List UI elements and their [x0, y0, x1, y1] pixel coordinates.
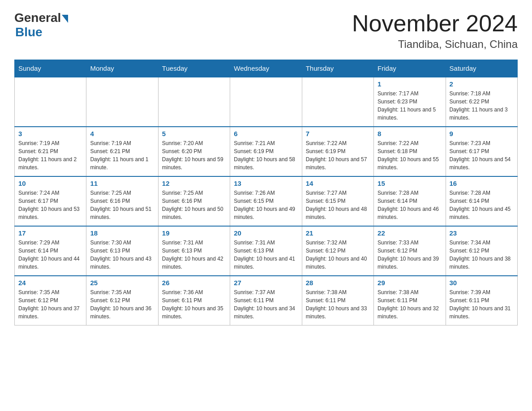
day-number: 3	[18, 130, 82, 137]
day-number: 17	[18, 229, 82, 237]
week-row-1: 1Sunrise: 7:17 AM Sunset: 6:23 PM Daylig…	[15, 77, 518, 127]
calendar-cell: 9Sunrise: 7:23 AM Sunset: 6:17 PM Daylig…	[446, 127, 517, 176]
day-number: 23	[450, 229, 514, 237]
day-number: 11	[90, 180, 154, 187]
day-number: 19	[162, 229, 226, 237]
day-number: 15	[378, 180, 442, 187]
day-info: Sunrise: 7:19 AM Sunset: 6:21 PM Dayligh…	[90, 139, 154, 171]
day-number: 29	[378, 279, 442, 287]
day-number: 28	[306, 279, 370, 287]
weekday-header-sunday: Sunday	[15, 60, 86, 77]
calendar-cell: 20Sunrise: 7:31 AM Sunset: 6:13 PM Dayli…	[230, 226, 302, 276]
day-number: 27	[234, 279, 298, 287]
calendar-cell: 6Sunrise: 7:21 AM Sunset: 6:19 PM Daylig…	[230, 127, 302, 176]
week-row-5: 24Sunrise: 7:35 AM Sunset: 6:12 PM Dayli…	[15, 276, 518, 325]
week-row-2: 3Sunrise: 7:19 AM Sunset: 6:21 PM Daylig…	[15, 127, 518, 176]
calendar-cell	[86, 77, 158, 127]
day-info: Sunrise: 7:23 AM Sunset: 6:17 PM Dayligh…	[450, 139, 514, 171]
day-number: 24	[18, 279, 82, 287]
day-number: 22	[378, 229, 442, 237]
day-info: Sunrise: 7:27 AM Sunset: 6:15 PM Dayligh…	[306, 189, 370, 221]
day-info: Sunrise: 7:18 AM Sunset: 6:22 PM Dayligh…	[450, 90, 514, 122]
page-header: General Blue November 2024 Tiandiba, Sic…	[14, 11, 518, 51]
calendar-cell: 2Sunrise: 7:18 AM Sunset: 6:22 PM Daylig…	[446, 77, 517, 127]
calendar-cell: 28Sunrise: 7:38 AM Sunset: 6:11 PM Dayli…	[302, 276, 373, 325]
logo: General Blue	[14, 11, 68, 39]
week-row-4: 17Sunrise: 7:29 AM Sunset: 6:14 PM Dayli…	[15, 226, 518, 276]
day-info: Sunrise: 7:31 AM Sunset: 6:13 PM Dayligh…	[234, 239, 298, 271]
title-section: November 2024 Tiandiba, Sichuan, China	[352, 11, 518, 51]
calendar-cell: 21Sunrise: 7:32 AM Sunset: 6:12 PM Dayli…	[302, 226, 373, 276]
weekday-header-friday: Friday	[374, 60, 446, 77]
calendar-cell: 16Sunrise: 7:28 AM Sunset: 6:14 PM Dayli…	[446, 176, 517, 226]
day-number: 6	[234, 130, 298, 137]
calendar-cell: 23Sunrise: 7:34 AM Sunset: 6:12 PM Dayli…	[446, 226, 517, 276]
calendar-cell: 7Sunrise: 7:22 AM Sunset: 6:19 PM Daylig…	[302, 127, 373, 176]
calendar-cell: 12Sunrise: 7:25 AM Sunset: 6:16 PM Dayli…	[158, 176, 230, 226]
day-info: Sunrise: 7:25 AM Sunset: 6:16 PM Dayligh…	[162, 189, 226, 221]
day-number: 4	[90, 130, 154, 137]
day-number: 10	[18, 180, 82, 187]
day-number: 20	[234, 229, 298, 237]
calendar-cell: 8Sunrise: 7:22 AM Sunset: 6:18 PM Daylig…	[374, 127, 446, 176]
calendar-cell: 5Sunrise: 7:20 AM Sunset: 6:20 PM Daylig…	[158, 127, 230, 176]
day-info: Sunrise: 7:19 AM Sunset: 6:21 PM Dayligh…	[18, 139, 82, 171]
day-number: 2	[450, 80, 514, 88]
calendar-cell: 22Sunrise: 7:33 AM Sunset: 6:12 PM Dayli…	[374, 226, 446, 276]
day-info: Sunrise: 7:32 AM Sunset: 6:12 PM Dayligh…	[306, 239, 370, 271]
day-number: 26	[162, 279, 226, 287]
calendar-cell: 17Sunrise: 7:29 AM Sunset: 6:14 PM Dayli…	[15, 226, 86, 276]
day-info: Sunrise: 7:26 AM Sunset: 6:15 PM Dayligh…	[234, 189, 298, 221]
day-info: Sunrise: 7:31 AM Sunset: 6:13 PM Dayligh…	[162, 239, 226, 271]
calendar-cell: 27Sunrise: 7:37 AM Sunset: 6:11 PM Dayli…	[230, 276, 302, 325]
calendar-cell: 29Sunrise: 7:38 AM Sunset: 6:11 PM Dayli…	[374, 276, 446, 325]
weekday-header-saturday: Saturday	[446, 60, 517, 77]
calendar-cell: 4Sunrise: 7:19 AM Sunset: 6:21 PM Daylig…	[86, 127, 158, 176]
weekday-header-row: SundayMondayTuesdayWednesdayThursdayFrid…	[15, 60, 518, 77]
calendar-cell: 13Sunrise: 7:26 AM Sunset: 6:15 PM Dayli…	[230, 176, 302, 226]
day-info: Sunrise: 7:24 AM Sunset: 6:17 PM Dayligh…	[18, 189, 82, 221]
logo-blue-text: Blue	[15, 25, 68, 39]
calendar-cell	[230, 77, 302, 127]
month-title: November 2024	[352, 11, 518, 36]
day-number: 18	[90, 229, 154, 237]
logo-arrow-icon	[62, 15, 68, 23]
day-number: 7	[306, 130, 370, 137]
calendar-table: SundayMondayTuesdayWednesdayThursdayFrid…	[14, 60, 518, 325]
calendar-cell	[15, 77, 86, 127]
day-info: Sunrise: 7:21 AM Sunset: 6:19 PM Dayligh…	[234, 139, 298, 171]
calendar-cell: 19Sunrise: 7:31 AM Sunset: 6:13 PM Dayli…	[158, 226, 230, 276]
location-title: Tiandiba, Sichuan, China	[352, 38, 518, 51]
day-info: Sunrise: 7:22 AM Sunset: 6:18 PM Dayligh…	[378, 139, 442, 171]
day-number: 30	[450, 279, 514, 287]
day-number: 16	[450, 180, 514, 187]
calendar-cell	[158, 77, 230, 127]
day-info: Sunrise: 7:25 AM Sunset: 6:16 PM Dayligh…	[90, 189, 154, 221]
day-info: Sunrise: 7:39 AM Sunset: 6:11 PM Dayligh…	[450, 288, 514, 321]
day-info: Sunrise: 7:35 AM Sunset: 6:12 PM Dayligh…	[18, 288, 82, 321]
calendar-cell: 24Sunrise: 7:35 AM Sunset: 6:12 PM Dayli…	[15, 276, 86, 325]
calendar-cell: 3Sunrise: 7:19 AM Sunset: 6:21 PM Daylig…	[15, 127, 86, 176]
weekday-header-monday: Monday	[86, 60, 158, 77]
day-number: 25	[90, 279, 154, 287]
day-info: Sunrise: 7:22 AM Sunset: 6:19 PM Dayligh…	[306, 139, 370, 171]
weekday-header-wednesday: Wednesday	[230, 60, 302, 77]
logo-general-text: General	[14, 11, 61, 25]
weekday-header-thursday: Thursday	[302, 60, 373, 77]
calendar-cell: 1Sunrise: 7:17 AM Sunset: 6:23 PM Daylig…	[374, 77, 446, 127]
day-number: 14	[306, 180, 370, 187]
day-info: Sunrise: 7:34 AM Sunset: 6:12 PM Dayligh…	[450, 239, 514, 271]
calendar-cell: 11Sunrise: 7:25 AM Sunset: 6:16 PM Dayli…	[86, 176, 158, 226]
day-info: Sunrise: 7:33 AM Sunset: 6:12 PM Dayligh…	[378, 239, 442, 271]
day-info: Sunrise: 7:35 AM Sunset: 6:12 PM Dayligh…	[90, 288, 154, 321]
day-number: 8	[378, 130, 442, 137]
calendar-cell: 30Sunrise: 7:39 AM Sunset: 6:11 PM Dayli…	[446, 276, 517, 325]
day-info: Sunrise: 7:30 AM Sunset: 6:13 PM Dayligh…	[90, 239, 154, 271]
day-number: 5	[162, 130, 226, 137]
calendar-cell: 18Sunrise: 7:30 AM Sunset: 6:13 PM Dayli…	[86, 226, 158, 276]
day-number: 12	[162, 180, 226, 187]
calendar-cell: 14Sunrise: 7:27 AM Sunset: 6:15 PM Dayli…	[302, 176, 373, 226]
calendar-cell: 10Sunrise: 7:24 AM Sunset: 6:17 PM Dayli…	[15, 176, 86, 226]
calendar-cell: 15Sunrise: 7:28 AM Sunset: 6:14 PM Dayli…	[374, 176, 446, 226]
day-info: Sunrise: 7:28 AM Sunset: 6:14 PM Dayligh…	[450, 189, 514, 221]
